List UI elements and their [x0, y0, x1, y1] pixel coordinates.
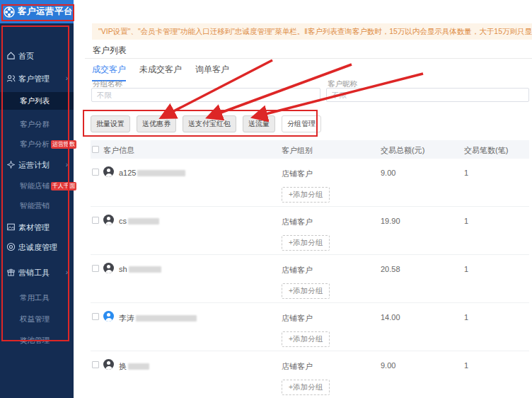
sidebar-item-label: 忠诚度管理	[18, 242, 57, 253]
batch-set-button[interactable]: 批量设置	[91, 115, 130, 132]
notice-banner: "VIP设置"、"会员卡管理"功能入口迁移到"忠诚度管理"菜单栏。‖客户列表查询…	[92, 23, 532, 40]
customer-name-prefix: a125	[119, 169, 136, 177]
amount-value: 14.00	[381, 313, 400, 322]
avatar	[103, 215, 114, 225]
row-checkbox[interactable]	[92, 169, 99, 176]
add-group-button[interactable]: +添加分组	[282, 380, 330, 395]
tab-inquiry-customers[interactable]: 询单客户	[195, 64, 229, 81]
chevron-right-icon: ›	[66, 161, 68, 169]
sidebar-item-label: 奖池管理	[20, 336, 50, 346]
censored-text	[137, 170, 185, 176]
censored-text	[128, 218, 159, 224]
customer-group: 店铺客户	[282, 313, 313, 324]
chevron-right-icon: ›	[66, 75, 68, 82]
customers-icon	[6, 74, 16, 83]
table-row: 换 店铺客户 9.00 1 +添加分组	[91, 351, 529, 398]
sidebar-item-label: 智能店铺	[20, 181, 50, 191]
group-manage-button[interactable]: 分组管理	[282, 115, 321, 132]
sidebar-item-label: 权益管理	[20, 314, 50, 324]
sidebar-item-customer-segment[interactable]: 客户分群	[0, 117, 74, 132]
send-alipay-redpacket-button[interactable]: 送支付宝红包	[183, 115, 236, 132]
ops-index-badge: 运营指数	[51, 140, 76, 149]
count-value: 1	[464, 217, 468, 225]
app-topbar: 客户运营平台	[0, 0, 74, 23]
send-data-traffic-button[interactable]: 送流量	[243, 115, 275, 132]
table-row: a125 店铺客户 9.00 1 +添加分组	[91, 159, 529, 207]
sidebar-item-customer-analysis[interactable]: 客户分析 运营指数	[0, 137, 74, 152]
count-value: 1	[464, 361, 468, 370]
table-row: cs 店铺客户 19.90 1 +添加分组	[91, 207, 529, 255]
loyalty-icon	[6, 242, 16, 251]
table-header: 客户信息 客户组别 交易总额(元) 交易笔数(笔)	[91, 140, 529, 159]
add-group-button[interactable]: +添加分组	[282, 235, 330, 251]
customer-name: sh	[119, 265, 161, 273]
sidebar-item-label: 首页	[18, 51, 34, 62]
row-checkbox[interactable]	[92, 313, 99, 320]
sidebar-item-ops-plan[interactable]: 运营计划 ›	[0, 157, 74, 173]
censored-text	[128, 363, 149, 370]
sidebar-item-marketing-tools[interactable]: 营销工具 ›	[0, 265, 74, 280]
sidebar-item-benefits-mgmt[interactable]: 权益管理	[0, 312, 74, 327]
sidebar-item-label: 营销工具	[18, 268, 50, 278]
platform-title: 客户运营平台	[18, 6, 73, 18]
home-icon	[6, 51, 16, 60]
sidebar-item-customer-mgmt[interactable]: 客户管理 ›	[0, 71, 74, 86]
sidebar-item-label: 运营计划	[18, 160, 50, 171]
sidebar-item-label: 常用工具	[20, 293, 50, 303]
customer-name: 李涛	[119, 313, 197, 324]
sidebar-nav: 首页 客户管理 › 客户列表 客户分群 客户分析 运营指数 运营计划 › 智能店…	[0, 23, 74, 398]
sidebar-item-home[interactable]: 首页	[0, 48, 74, 64]
tab-no-deal-customers[interactable]: 未成交客户	[139, 64, 182, 81]
avatar	[103, 311, 114, 322]
platform-logo-icon	[4, 6, 15, 18]
sidebar-item-prize-pool-mgmt[interactable]: 奖池管理	[0, 333, 74, 348]
sidebar-item-common-tools[interactable]: 常用工具	[0, 290, 74, 306]
customer-name: cs	[119, 217, 159, 225]
material-icon	[6, 222, 16, 232]
col-txn-count: 交易笔数(笔)	[464, 145, 508, 156]
select-all-checkbox[interactable]	[92, 146, 99, 153]
customer-name: 换	[119, 361, 149, 372]
sidebar-item-smart-marketing[interactable]: 智能营销	[0, 198, 74, 214]
sidebar-item-label: 客户分析	[20, 140, 50, 149]
sidebar-item-label: 客户列表	[20, 96, 50, 106]
send-coupon-button[interactable]: 送优惠券	[137, 115, 176, 132]
amount-value: 19.90	[381, 217, 400, 225]
sidebar-item-material-mgmt[interactable]: 素材管理	[0, 220, 74, 235]
amount-value: 20.58	[381, 265, 400, 273]
customer-name-prefix: 李涛	[119, 313, 134, 324]
customer-group: 店铺客户	[282, 169, 313, 179]
count-value: 1	[464, 313, 468, 322]
group-name-input[interactable]	[91, 88, 320, 102]
avatar	[103, 166, 114, 177]
add-group-button[interactable]: +添加分组	[282, 331, 330, 347]
add-group-button[interactable]: +添加分组	[282, 187, 330, 203]
table-row: 李涛 店铺客户 14.00 1 +添加分组	[91, 303, 529, 351]
sidebar-item-label: 素材管理	[18, 222, 50, 233]
customer-name-prefix: 换	[119, 361, 127, 372]
col-customer-info: 客户信息	[103, 145, 134, 156]
customer-table: 客户信息 客户组别 交易总额(元) 交易笔数(笔) a125 店铺客户 9.00…	[91, 140, 529, 398]
customer-group: 店铺客户	[282, 217, 313, 227]
customer-name-prefix: cs	[119, 217, 127, 225]
row-checkbox[interactable]	[92, 217, 99, 224]
row-checkbox[interactable]	[92, 361, 99, 368]
sidebar-item-label: 客户分群	[20, 120, 50, 130]
page-title: 客户列表	[93, 45, 127, 57]
divider	[85, 58, 532, 59]
action-buttons: 批量设置 送优惠券 送支付宝红包 送流量 分组管理	[91, 115, 321, 132]
avatar	[103, 263, 114, 273]
plan-icon	[6, 160, 16, 169]
row-checkbox[interactable]	[92, 265, 99, 272]
customer-group: 店铺客户	[282, 361, 313, 372]
col-customer-group: 客户组别	[282, 145, 313, 156]
sidebar-item-loyalty-mgmt[interactable]: 忠诚度管理	[0, 239, 74, 255]
sidebar-item-smart-shop[interactable]: 智能店铺 千人千面	[0, 178, 74, 194]
main-content: "VIP设置"、"会员卡管理"功能入口迁移到"忠诚度管理"菜单栏。‖客户列表查询…	[74, 0, 532, 398]
table-row: sh 店铺客户 20.58 1 +添加分组	[91, 255, 529, 303]
add-group-button[interactable]: +添加分组	[282, 283, 330, 299]
customer-name: a125	[119, 169, 185, 177]
sidebar-item-customer-list[interactable]: 客户列表	[0, 92, 74, 110]
customer-nick-input[interactable]	[326, 88, 529, 102]
sidebar-item-label: 智能营销	[20, 201, 50, 211]
